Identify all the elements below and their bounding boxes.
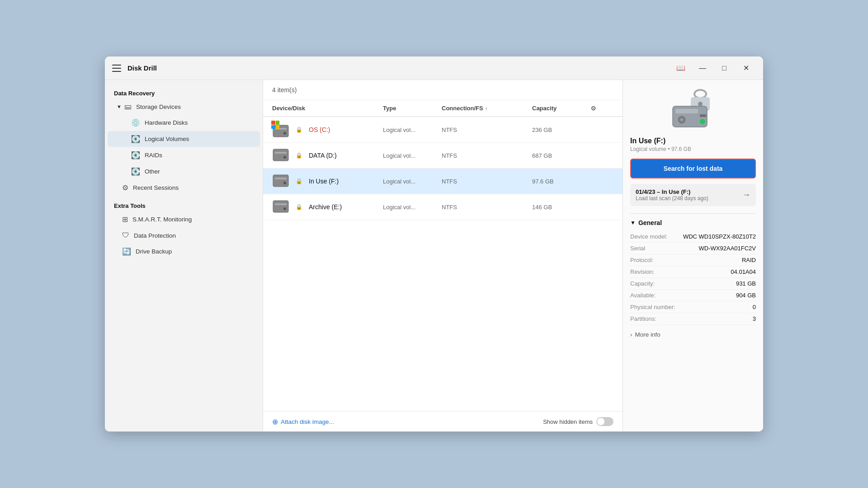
scan-date: 01/4/23 – In Use (F:) [636,188,708,195]
table-row[interactable]: 🔒 In Use (F:) Logical vol... NTFS 97.6 G… [263,169,623,194]
device-cell: 🔒 In Use (F:) [272,173,383,189]
capacity-row: Capacity: 931 GB [630,278,756,290]
items-count: 4 item(s) [263,80,623,100]
other-icon: 💽 [131,167,140,176]
type-cell: Logical vol... [383,152,442,159]
serial-value: WD-WX92AA01FC2V [699,245,756,252]
chevron-right-icon: › [630,331,632,338]
drive-title: In Use (F:) [630,137,756,145]
disk-svg-icon [272,174,289,188]
general-label: General [638,219,662,226]
logical-vol-icon: 💽 [131,135,140,143]
svg-rect-3 [273,149,288,161]
smart-label: S.M.A.R.T. Monitoring [132,216,192,223]
sidebar-item-recent-sessions[interactable]: ⚙ Recent Sessions [108,180,260,196]
search-lost-data-button[interactable]: Search for lost data [630,159,756,178]
backup-icon: 🔄 [122,247,131,256]
revision-row: Revision: 04.01A04 [630,266,756,278]
device-model-label: Device model: [630,233,667,240]
sidebar-item-storage-devices[interactable]: ▼ 🖴 Storage Devices [108,99,260,114]
chevron-down-icon: ▼ [630,220,636,226]
col-device-disk[interactable]: Device/Disk [272,105,383,112]
shield-icon: 🛡 [122,231,129,239]
recent-icon: ⚙ [122,183,128,192]
disk-icon: 💿 [131,118,140,127]
hamburger-icon[interactable] [112,65,121,72]
data-protection-label: Data Protection [134,232,176,239]
lock-icon: 🔒 [296,127,302,133]
device-name: OS (C:) [309,126,330,133]
device-name: DATA (D:) [309,152,337,159]
svg-point-5 [283,156,286,159]
scan-sub: Load last scan (248 days ago) [636,195,708,202]
plus-circle-icon: ⊕ [272,418,278,426]
sidebar-item-raids[interactable]: 💽 RAIDs [108,147,260,163]
type-cell: Logical vol... [383,204,442,211]
lock-icon: 🔒 [296,204,302,210]
drive-compound-icon [272,173,291,189]
minimize-button[interactable]: — [693,61,712,76]
protocol-label: Protocol: [630,257,653,263]
sidebar-item-smart[interactable]: ⊞ S.M.A.R.T. Monitoring [108,211,260,227]
table-header: Device/Disk Type Connection/FS ↑ Capacit… [263,100,623,117]
last-scan-box[interactable]: 01/4/23 – In Use (F:) Load last scan (24… [630,184,756,206]
book-button[interactable]: 📖 [671,61,691,76]
svg-rect-12 [694,90,706,98]
device-cell: 🔒 Archive (E:) [272,199,383,215]
col-type[interactable]: Type [383,105,442,112]
type-cell: Logical vol... [383,127,442,133]
show-hidden-toggle[interactable] [596,417,613,426]
close-button[interactable]: ✕ [736,61,756,76]
table-row[interactable]: 🔒 DATA (D:) Logical vol... NTFS 687 GB [263,143,623,169]
attach-disk-link[interactable]: ⊕ Attach disk image... [272,418,334,426]
table-body: 🔒 OS (C:) Logical vol... NTFS 236 GB [263,117,623,411]
raids-label: RAIDs [145,152,162,159]
table-row[interactable]: 🔒 Archive (E:) Logical vol... NTFS 146 G… [263,194,623,220]
device-name: Archive (E:) [309,203,342,211]
drive-illustration [630,89,756,130]
sidebar-item-drive-backup[interactable]: 🔄 Drive Backup [108,244,260,259]
section-divider [630,213,756,214]
raid-icon: 💽 [131,151,140,160]
maximize-button[interactable]: □ [714,61,734,76]
middle-panel: 4 item(s) Device/Disk Type Connection/FS… [263,80,623,432]
protocol-row: Protocol: RAID [630,254,756,266]
general-section-header[interactable]: ▼ General [630,219,756,226]
sidebar-item-logical-volumes[interactable]: 💽 Logical Volumes [108,131,260,147]
col-actions: ⊙ [591,105,613,112]
right-panel: In Use (F:) Logical volume • 97.6 GB Sea… [623,80,763,432]
more-info-label: More info [635,331,660,338]
svg-point-11 [283,207,286,210]
sidebar-item-hardware-disks[interactable]: 💿 Hardware Disks [108,115,260,131]
serial-label: Serial [630,245,645,252]
sidebar-item-data-protection[interactable]: 🛡 Data Protection [108,228,260,243]
storage-devices-label: Storage Devices [136,103,181,110]
capacity-cell: 146 GB [532,204,591,211]
sidebar: Data Recovery ▼ 🖴 Storage Devices 💿 Hard… [105,80,263,432]
table-row[interactable]: 🔒 OS (C:) Logical vol... NTFS 236 GB [263,117,623,143]
col-connection[interactable]: Connection/FS ↑ [442,105,532,112]
lock-icon: 🔒 [296,178,302,184]
fs-cell: NTFS [442,152,532,159]
scan-info: 01/4/23 – In Use (F:) Load last scan (24… [636,188,708,202]
extra-tools-title: Extra Tools [105,196,263,211]
revision-label: Revision: [630,268,654,275]
partitions-row: Partitions: 3 [630,313,756,325]
physical-number-value: 0 [753,304,756,310]
capacity-label: Capacity: [630,280,655,287]
fs-cell: NTFS [442,127,532,133]
title-bar: Disk Drill 📖 — □ ✕ [105,56,763,80]
svg-point-14 [698,102,703,106]
svg-rect-4 [275,152,287,154]
sidebar-item-other[interactable]: 💽 Other [108,164,260,179]
logical-volumes-label: Logical Volumes [145,136,189,142]
drive-backup-label: Drive Backup [136,248,172,255]
smart-icon: ⊞ [122,215,128,224]
svg-rect-17 [700,114,706,117]
show-hidden-toggle-row: Show hidden items [543,417,613,426]
hdd-icon: 🖴 [124,103,132,111]
arrow-right-icon: → [742,190,750,200]
data-recovery-section-title: Data Recovery [105,87,263,99]
more-info-row[interactable]: › More info [630,331,756,338]
svg-point-18 [700,119,705,124]
